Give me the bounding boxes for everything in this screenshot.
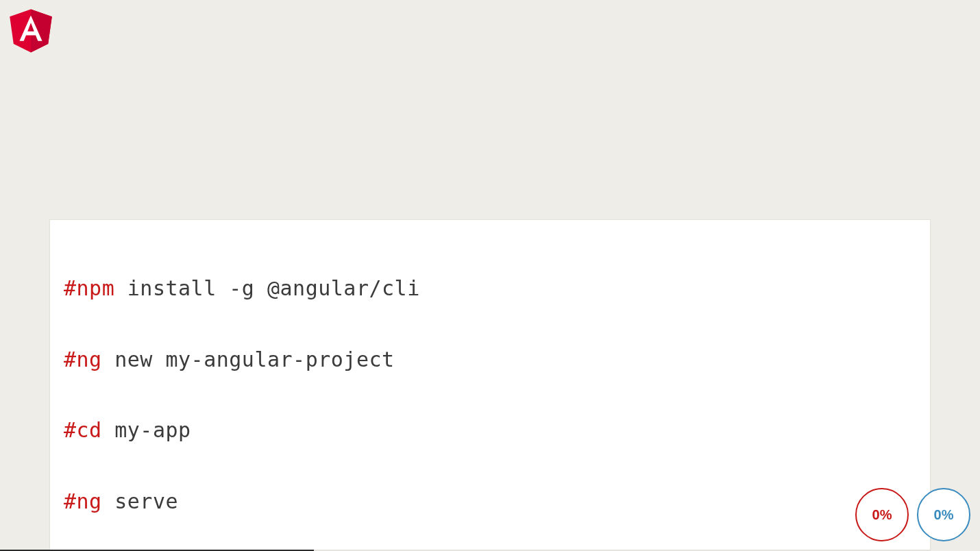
code-line: #npm install -g @angular/cli: [64, 277, 916, 301]
code-block: #npm install -g @angular/cli #ng new my-…: [49, 219, 931, 550]
code-command: #ng: [64, 347, 102, 371]
code-line: #cd my-app: [64, 419, 916, 443]
code-line: #ng serve: [64, 490, 916, 514]
code-args: my-app: [102, 418, 191, 442]
code-args: serve: [102, 489, 178, 513]
code-command: #cd: [64, 418, 102, 442]
code-line: #ng new my-angular-project: [64, 348, 916, 372]
progress-badge-blue: 0%: [917, 488, 970, 541]
angular-logo-icon: [7, 4, 55, 55]
code-command: #ng: [64, 489, 102, 513]
code-args: new my-angular-project: [102, 347, 395, 371]
progress-badges: 0% 0%: [855, 488, 970, 541]
code-args: install -g @angular/cli: [114, 276, 419, 300]
progress-badge-red: 0%: [855, 488, 909, 541]
code-command: #npm: [64, 276, 114, 300]
